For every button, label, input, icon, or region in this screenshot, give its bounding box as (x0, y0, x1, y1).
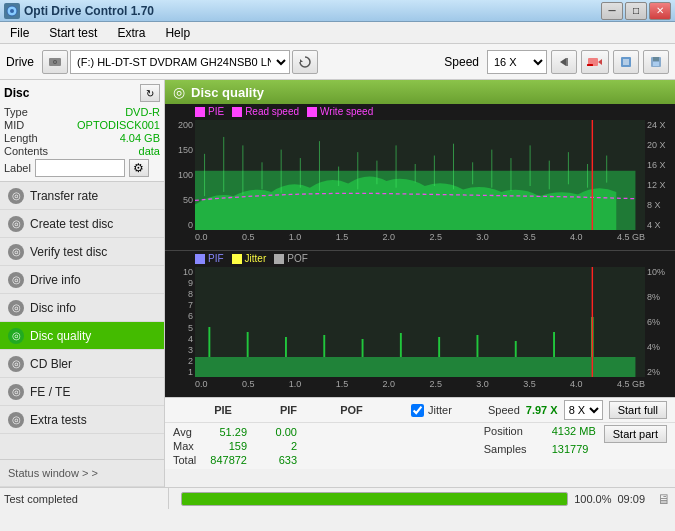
start-part-button[interactable]: Start part (604, 425, 667, 443)
disc-quality-icon: ◎ (8, 328, 24, 344)
disc-label-settings-btn[interactable]: ⚙ (129, 159, 149, 177)
svg-rect-17 (653, 62, 659, 66)
sidebar-item-drive-info[interactable]: ◎ Drive info (0, 266, 164, 294)
legend-pif-label: PIF (208, 253, 224, 264)
disc-mid-value: OPTODISCK001 (77, 119, 160, 131)
close-button[interactable]: ✕ (649, 2, 671, 20)
create-test-disc-icon: ◎ (8, 216, 24, 232)
menu-extra[interactable]: Extra (111, 24, 151, 42)
legend-read-speed: Read speed (232, 106, 299, 117)
content-header: ◎ Disc quality (165, 80, 675, 104)
status-progress-area: 100.0% 09:09 (173, 492, 653, 506)
sidebar-item-label-cd-bler: CD Bler (30, 357, 72, 371)
sidebar-item-label-extra-tests: Extra tests (30, 413, 87, 427)
status-window-btn[interactable]: Status window > > (0, 459, 164, 487)
bottom-chart-y-right: 10% 8% 6% 4% 2% (645, 267, 675, 377)
legend-jitter-color (232, 254, 242, 264)
sidebar-item-label-disc-quality: Disc quality (30, 329, 91, 343)
settings-btn[interactable] (613, 50, 639, 74)
pif-total: 633 (263, 453, 297, 467)
menu-start-test[interactable]: Start test (43, 24, 103, 42)
sidebar-item-transfer-rate[interactable]: ◎ Transfer rate (0, 182, 164, 210)
sidebar-item-fe-te[interactable]: ◎ FE / TE (0, 378, 164, 406)
drive-select[interactable]: (F:) HL-DT-ST DVDRAM GH24NSB0 LN00 (70, 50, 290, 74)
legend-pof-color (274, 254, 284, 264)
speed-select[interactable]: 16 X (487, 50, 547, 74)
disc-type-value: DVD-R (125, 106, 160, 118)
disc-contents-label: Contents (4, 145, 48, 157)
top-chart-x-axis: 0.0 0.5 1.0 1.5 2.0 2.5 3.0 3.5 4.0 4.5 … (195, 230, 645, 250)
status-text: Test completed (4, 493, 78, 505)
stats-panel: PIE PIF POF Jitter Speed 7.97 X 8 X Star… (165, 397, 675, 487)
maximize-button[interactable]: □ (625, 2, 647, 20)
sidebar-item-extra-tests[interactable]: ◎ Extra tests (0, 406, 164, 434)
progress-percent: 100.0% (574, 493, 611, 505)
top-chart-svg (195, 120, 645, 230)
pie-max: 159 (203, 439, 247, 453)
top-chart-y-right: 24 X 20 X 16 X 12 X 8 X 4 X (645, 120, 675, 230)
app-icon (4, 3, 20, 19)
save-btn[interactable] (643, 50, 669, 74)
jitter-checkbox[interactable] (411, 404, 424, 417)
position-label: Position (484, 425, 544, 443)
menu-help[interactable]: Help (159, 24, 196, 42)
sidebar: Disc ↻ Type DVD-R MID OPTODISCK001 Lengt… (0, 80, 165, 487)
speed-apply-btn[interactable] (551, 50, 577, 74)
legend-jitter: Jitter (232, 253, 267, 264)
content-area: ◎ Disc quality PIE Read speed (165, 80, 675, 487)
charts-area: PIE Read speed Write speed 200 150 10 (165, 104, 675, 397)
speed-header-select[interactable]: 8 X (564, 400, 603, 420)
window-title: Opti Drive Control 1.70 (24, 4, 154, 18)
disc-info-icon: ◎ (8, 300, 24, 316)
status-window-label: Status window > > (8, 467, 98, 479)
sidebar-item-create-test-disc[interactable]: ◎ Create test disc (0, 210, 164, 238)
legend-read-label: Read speed (245, 106, 299, 117)
legend-pof: POF (274, 253, 308, 264)
minimize-button[interactable]: ─ (601, 2, 623, 20)
start-full-button[interactable]: Start full (609, 401, 667, 419)
sidebar-item-cd-bler[interactable]: ◎ CD Bler (0, 350, 164, 378)
disc-refresh-btn[interactable]: ↻ (140, 84, 160, 102)
pie-total: 847872 (203, 453, 247, 467)
status-bar: Test completed 100.0% 09:09 🖥 (0, 487, 675, 509)
disc-quality-header-icon: ◎ (173, 84, 185, 100)
speed-label: Speed (444, 55, 479, 69)
legend-pie: PIE (195, 106, 224, 117)
fe-te-icon: ◎ (8, 384, 24, 400)
bottom-chart-canvas (195, 267, 645, 377)
drive-icon-btn (42, 50, 68, 74)
disc-type-label: Type (4, 106, 28, 118)
svg-marker-6 (560, 58, 566, 66)
position-value: 4132 MB (552, 425, 596, 443)
svg-rect-16 (653, 57, 659, 61)
legend-write-color (307, 107, 317, 117)
disc-mid-label: MID (4, 119, 24, 131)
legend-write-speed: Write speed (307, 106, 373, 117)
disc-length-label: Length (4, 132, 38, 144)
speed-header-label: Speed (488, 404, 520, 416)
erase-btn[interactable] (581, 50, 609, 74)
disc-panel: Disc ↻ Type DVD-R MID OPTODISCK001 Lengt… (0, 80, 164, 182)
menu-file[interactable]: File (4, 24, 35, 42)
top-chart-canvas (195, 120, 645, 230)
extra-tests-icon: ◎ (8, 412, 24, 428)
sidebar-item-disc-info[interactable]: ◎ Disc info (0, 294, 164, 322)
sidebar-item-label-fe-te: FE / TE (30, 385, 70, 399)
transfer-rate-icon: ◎ (8, 188, 24, 204)
row-label-avg: Avg (173, 425, 203, 439)
legend-pif-color (195, 254, 205, 264)
status-left: Test completed (4, 488, 169, 509)
bottom-chart: PIF Jitter POF 10 9 8 7 (165, 251, 675, 397)
samples-label: Samples (484, 443, 544, 455)
sidebar-item-disc-quality[interactable]: ◎ Disc quality (0, 322, 164, 350)
sidebar-item-label-drive-info: Drive info (30, 273, 81, 287)
drive-refresh-btn[interactable] (292, 50, 318, 74)
col-header-pie: PIE (203, 404, 243, 416)
bottom-chart-svg (195, 267, 645, 377)
disc-contents-value: data (139, 145, 160, 157)
content-header-title: Disc quality (191, 85, 264, 100)
chart-legend-bottom: PIF Jitter POF (195, 253, 308, 264)
disc-label-input[interactable] (35, 159, 125, 177)
sidebar-item-label-transfer-rate: Transfer rate (30, 189, 98, 203)
sidebar-item-verify-test-disc[interactable]: ◎ Verify test disc (0, 238, 164, 266)
